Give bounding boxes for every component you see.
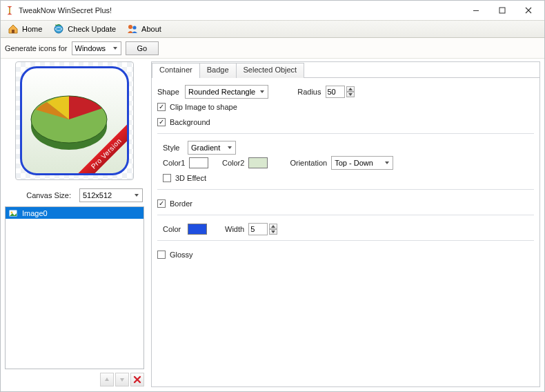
target-os-value: Windows (75, 44, 106, 52)
delete-x-icon (133, 375, 141, 384)
chevron-down-icon (384, 160, 390, 166)
layer-toolbar (5, 372, 144, 387)
border-color-swatch[interactable] (188, 224, 207, 235)
color2-swatch[interactable] (248, 157, 268, 168)
border-width-input[interactable] (248, 223, 268, 235)
arrow-up-icon (103, 376, 110, 383)
pie-chart-icon (28, 75, 117, 158)
chevron-down-icon (259, 89, 265, 95)
tab-badge[interactable]: Badge (199, 63, 237, 78)
spin-down-button[interactable] (269, 229, 277, 235)
color2-label: Color2 (222, 159, 244, 167)
svg-point-4 (54, 25, 63, 33)
shape-value: Rounded Rectangle (188, 88, 255, 96)
icon-tile: Pro Version (20, 66, 129, 175)
style-label: Style (163, 144, 184, 152)
orientation-combo[interactable]: Top - Down (331, 156, 393, 170)
globe-refresh-icon (53, 23, 64, 35)
canvas-size-value: 512x512 (83, 191, 112, 199)
chevron-down-icon (112, 46, 118, 51)
orientation-value: Top - Down (335, 159, 373, 167)
effect3d-checkbox[interactable] (163, 174, 171, 182)
list-item[interactable]: Image0 (6, 207, 143, 219)
style-combo[interactable]: Gradient (188, 141, 236, 155)
border-color-label: Color (163, 225, 184, 233)
shape-combo[interactable]: Rounded Rectangle (185, 85, 268, 99)
check-update-button[interactable]: Check Update (49, 22, 120, 36)
minimize-button[interactable] (463, 2, 489, 19)
home-label: Home (22, 25, 42, 33)
titlebar: TweakNow WinSecret Plus! (1, 1, 544, 20)
people-icon (127, 23, 138, 35)
generate-label: Generate icons for (5, 44, 68, 52)
spin-up-button[interactable] (346, 86, 355, 92)
target-os-combo[interactable]: Windows (72, 41, 121, 55)
svg-point-5 (128, 25, 132, 29)
shape-label: Shape (157, 88, 181, 96)
layer-list[interactable]: Image0 (5, 206, 144, 369)
svg-point-6 (132, 26, 136, 29)
tab-container[interactable]: Container (152, 63, 200, 78)
tab-selected-object[interactable]: Selected Object (236, 63, 305, 78)
canvas-size-label: Canvas Size: (6, 191, 75, 199)
go-label: Go (137, 44, 148, 52)
border-label: Border (170, 199, 192, 208)
go-button[interactable]: Go (126, 41, 159, 55)
image-icon (8, 208, 18, 218)
color1-label: Color1 (163, 159, 185, 167)
main-toolbar: Home Check Update About (1, 20, 544, 38)
move-down-button[interactable] (115, 373, 129, 386)
icon-preview: Pro Version (15, 61, 134, 180)
home-icon (8, 23, 19, 35)
spin-up-button[interactable] (269, 224, 277, 229)
glossy-label: Glossy (170, 251, 193, 259)
chevron-down-icon (134, 193, 139, 198)
border-width-spin[interactable] (248, 223, 277, 235)
about-label: About (141, 25, 161, 33)
effect3d-label: 3D Effect (175, 174, 206, 182)
tab-selected-label: Selected Object (244, 66, 297, 74)
layer-name: Image0 (22, 209, 48, 217)
move-up-button[interactable] (100, 373, 114, 386)
arrow-down-icon (119, 376, 126, 383)
about-button[interactable]: About (123, 22, 166, 36)
maximize-button[interactable] (489, 2, 515, 19)
glossy-checkbox[interactable] (157, 251, 166, 259)
spin-down-button[interactable] (346, 92, 355, 97)
chevron-down-icon (227, 145, 232, 150)
radius-input[interactable] (326, 86, 345, 98)
svg-point-11 (11, 211, 13, 213)
app-icon (5, 6, 14, 15)
svg-rect-1 (473, 10, 479, 11)
delete-layer-button[interactable] (130, 373, 144, 386)
radius-spin[interactable] (326, 86, 355, 98)
tab-badge-label: Badge (207, 66, 229, 74)
svg-rect-3 (12, 30, 14, 33)
svg-rect-2 (499, 8, 505, 13)
close-button[interactable] (515, 2, 542, 19)
orientation-label: Orientation (290, 159, 327, 167)
border-width-label: Width (225, 225, 244, 233)
tab-strip: Container Badge Selected Object (152, 62, 539, 77)
window-title: TweakNow WinSecret Plus! (19, 6, 463, 14)
background-label: Background (170, 118, 210, 126)
check-update-label: Check Update (68, 25, 116, 33)
color1-swatch[interactable] (189, 157, 208, 168)
canvas-size-combo[interactable]: 512x512 (79, 188, 143, 202)
radius-label: Radius (297, 88, 321, 96)
background-checkbox[interactable] (157, 118, 166, 126)
generate-bar: Generate icons for Windows Go (1, 38, 544, 59)
tab-container-label: Container (159, 66, 192, 74)
clip-label: Clip Image to shape (170, 103, 237, 111)
clip-checkbox[interactable] (157, 103, 166, 111)
border-checkbox[interactable] (157, 199, 166, 208)
home-button[interactable]: Home (3, 22, 46, 36)
style-value: Gradient (191, 144, 220, 152)
